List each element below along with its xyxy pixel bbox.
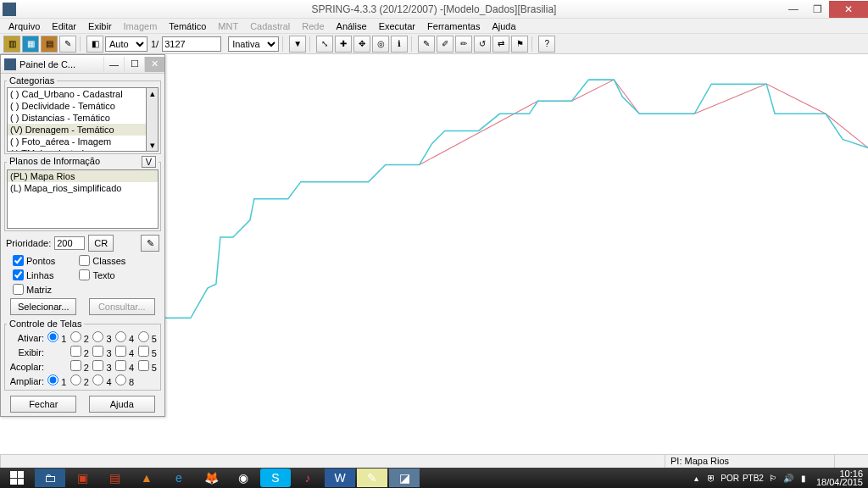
plano-item[interactable]: (L) Mapa_rios_simplificado [8, 182, 158, 194]
planos-v-button[interactable]: V [142, 156, 156, 168]
tool-panel-icon[interactable]: ◧ [86, 36, 103, 53]
menu-ferramentas[interactable]: Ferramentas [422, 21, 485, 31]
taskbar[interactable]: 🗀 ▣ ▤ ▲ e 🦊 ◉ S ♪ W ✎ ◪ ▴ ⛨ POR PTB2 🏳 🔊… [0, 468, 868, 488]
telas-ampliar-4[interactable] [92, 374, 103, 385]
tool-draw1-icon[interactable]: ✎ [418, 36, 435, 53]
telas-acoplar-2[interactable] [70, 360, 81, 371]
tool-help-icon[interactable]: ? [538, 36, 555, 53]
tool-db-icon[interactable]: ▥ [3, 36, 20, 53]
categorias-listbox[interactable]: ( ) Cad_Urbano - Cadastral( ) Declividad… [7, 87, 147, 152]
tool-zoomin-icon[interactable]: ⤡ [316, 36, 333, 53]
tray-flag-icon[interactable]: 🏳 [767, 472, 779, 484]
menu-temático[interactable]: Temático [164, 21, 211, 31]
telas-ativar-4[interactable] [115, 331, 126, 342]
task-spring[interactable]: ◪ [389, 469, 420, 487]
minimize-button[interactable]: — [782, 1, 805, 18]
telas-ampliar-8[interactable] [115, 374, 126, 385]
categoria-item[interactable]: ( ) Foto_aérea - Imagem [8, 136, 146, 147]
panel-maximize[interactable]: ☐ [124, 57, 144, 72]
telas-ampliar-2[interactable] [70, 374, 81, 385]
telas-acoplar-3[interactable] [92, 360, 103, 371]
tool-target-icon[interactable]: ◎ [372, 36, 389, 53]
telas-ampliar-1[interactable] [47, 374, 58, 385]
categoria-item[interactable]: ( ) Cad_Urbano - Cadastral [8, 88, 146, 100]
scale-input[interactable] [162, 36, 221, 52]
menu-rede[interactable]: Rede [297, 21, 329, 31]
scale-mode-select[interactable]: Auto [105, 36, 147, 52]
telas-exibir-2[interactable] [70, 346, 81, 357]
telas-exibir-5[interactable] [138, 346, 149, 357]
edit-pencil-button[interactable]: ✎ [141, 235, 159, 252]
task-firefox[interactable]: 🦊 [196, 469, 226, 487]
menu-imagem[interactable]: Imagem [119, 21, 163, 31]
cr-button[interactable]: CR [88, 235, 114, 252]
telas-acoplar-4[interactable] [115, 360, 126, 371]
categoria-item[interactable]: (V) Drenagem - Temático [8, 124, 146, 136]
tool-flag-icon[interactable]: ⚑ [511, 36, 528, 53]
tray-shield-icon[interactable]: ⛨ [705, 472, 717, 484]
menu-mnt[interactable]: MNT [213, 21, 243, 31]
start-button[interactable] [0, 468, 34, 488]
categoria-item[interactable]: ( ) Distancias - Temático [8, 112, 146, 124]
menu-arquivo[interactable]: Arquivo [3, 21, 45, 31]
ajuda-button[interactable]: Ajuda [89, 396, 155, 413]
panel-close[interactable]: ✕ [144, 57, 164, 72]
close-button[interactable]: ✕ [829, 1, 868, 18]
tray-up-icon[interactable]: ▴ [690, 472, 702, 484]
tray-sound-icon[interactable]: 🔊 [782, 472, 794, 484]
telas-exibir-3[interactable] [92, 346, 103, 357]
tray-kbd[interactable]: PTB2 [743, 474, 764, 483]
task-explorer[interactable]: 🗀 [35, 469, 65, 487]
tool-project-icon[interactable]: ▦ [22, 36, 39, 53]
menu-executar[interactable]: Executar [374, 21, 420, 31]
tool-layers-icon[interactable]: ▼ [289, 36, 306, 53]
planos-listbox[interactable]: (PL) Mapa Rios(L) Mapa_rios_simplificado [7, 169, 159, 229]
menu-exibir[interactable]: Exibir [83, 21, 117, 31]
tray-clock[interactable]: 10:16 18/04/2015 [813, 469, 866, 486]
tool-draw4-icon[interactable]: ↺ [474, 36, 491, 53]
chk-matriz[interactable]: Matriz [13, 284, 52, 295]
chk-classes[interactable]: Classes [79, 255, 125, 266]
prioridade-input[interactable] [54, 236, 85, 250]
scrollbar[interactable]: ▴▾ [147, 87, 159, 152]
panel-titlebar[interactable]: Painel de C... — ☐ ✕ [1, 55, 164, 74]
menu-cadastral[interactable]: Cadastral [245, 21, 295, 31]
task-itunes[interactable]: ♪ [292, 469, 323, 487]
telas-acoplar-5[interactable] [138, 360, 149, 371]
task-word[interactable]: W [325, 469, 355, 487]
fechar-button[interactable]: Fechar [10, 396, 76, 413]
tool-info-icon[interactable]: ℹ [391, 36, 408, 53]
menu-editar[interactable]: Editar [47, 21, 81, 31]
task-skype[interactable]: S [260, 469, 291, 487]
task-ie[interactable]: e [164, 469, 194, 487]
telas-ativar-1[interactable] [47, 331, 58, 342]
map-canvas[interactable] [165, 54, 868, 454]
task-office1[interactable]: ▣ [67, 469, 97, 487]
tool-model-icon[interactable]: ▤ [41, 36, 58, 53]
telas-exibir-4[interactable] [115, 346, 126, 357]
chk-texto[interactable]: Texto [79, 269, 114, 280]
consultar-button[interactable]: Consultar... [89, 298, 155, 315]
tool-pan-icon[interactable]: ✥ [353, 36, 370, 53]
categoria-item[interactable]: ( ) TM_Landsat - Imagem [8, 147, 146, 152]
telas-ativar-2[interactable] [70, 331, 81, 342]
menu-análise[interactable]: Análise [331, 21, 372, 31]
tray-net-icon[interactable]: ▮ [798, 472, 810, 484]
tool-draw5-icon[interactable]: ⇄ [492, 36, 509, 53]
maximize-button[interactable]: ❐ [805, 1, 829, 18]
task-vlc[interactable]: ▲ [131, 469, 162, 487]
system-tray[interactable]: ▴ ⛨ POR PTB2 🏳 🔊 ▮ 10:16 18/04/2015 [690, 469, 868, 486]
categoria-item[interactable]: ( ) Declividade - Temático [8, 100, 146, 112]
chk-linhas[interactable]: Linhas [13, 269, 53, 280]
status-select[interactable]: Inativa [228, 36, 279, 52]
task-app1[interactable]: ✎ [357, 469, 387, 487]
tray-lang[interactable]: POR [721, 474, 739, 483]
tool-pencil-icon[interactable]: ✎ [59, 36, 76, 53]
tool-draw3-icon[interactable]: ✏ [455, 36, 472, 53]
plano-item[interactable]: (PL) Mapa Rios [8, 170, 158, 182]
menu-ajuda[interactable]: Ajuda [487, 21, 520, 31]
selecionar-button[interactable]: Selecionar... [10, 298, 76, 315]
panel-minimize[interactable]: — [103, 57, 124, 72]
tool-zoomfull-icon[interactable]: ✚ [335, 36, 352, 53]
telas-ativar-5[interactable] [138, 331, 149, 342]
